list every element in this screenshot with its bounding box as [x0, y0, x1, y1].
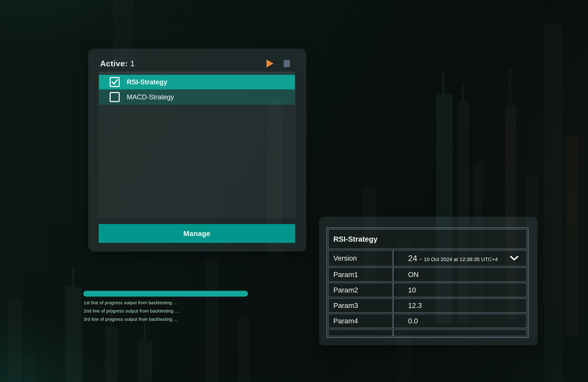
list-item-macd-strategy[interactable]: MACD-Strategy: [99, 89, 295, 105]
strategy-list: RSI-Strategy MACD-Strategy: [99, 72, 295, 218]
active-count-title: Active:1: [100, 59, 135, 68]
manage-button[interactable]: Manage: [99, 224, 295, 243]
table-title: RSI-Strategy: [328, 229, 527, 249]
version-date: 10 Oct 2024 at 12:38:35 UTC+4: [424, 256, 498, 262]
candlestick-decoration: [138, 341, 152, 382]
backtest-progress-bar: [83, 291, 248, 297]
version-separator: -: [420, 255, 422, 263]
manage-button-label: Manage: [183, 229, 210, 238]
log-line: 1st line of progress output from backtes…: [84, 300, 237, 305]
backtest-log: 1st line of progress output from backtes…: [84, 300, 237, 322]
param-label: Param3: [328, 298, 393, 313]
version-label: Version: [328, 250, 393, 266]
candlestick-wick: [509, 68, 511, 106]
candlestick-decoration: [8, 298, 21, 382]
param-label: Param2: [328, 283, 393, 297]
candlestick-wick: [442, 72, 444, 94]
empty-row: [328, 329, 527, 336]
list-top-strip: [99, 72, 295, 75]
empty-value-cell: [393, 329, 527, 336]
version-value-group: 24 - 10 Oct 2024 at 12:38:35 UTC+4: [408, 253, 498, 263]
candlestick-wick: [462, 85, 464, 102]
panel-header: Active:1: [100, 55, 291, 72]
active-label: Active:: [100, 59, 128, 68]
candlestick-decoration: [238, 318, 250, 382]
strategy-name: RSI-Strategy: [127, 78, 167, 86]
log-line: 2nd line of progress output from backtes…: [84, 309, 237, 314]
param-value: 10: [393, 283, 527, 297]
version-value-cell[interactable]: 24 - 10 Oct 2024 at 12:38:35 UTC+4: [393, 250, 527, 266]
chevron-down-icon[interactable]: [510, 256, 519, 261]
table-title-row: RSI-Strategy: [328, 229, 527, 249]
empty-label-cell: [328, 329, 393, 336]
param-row: Param1 ON: [328, 267, 527, 282]
stop-button[interactable]: [284, 60, 290, 67]
param-label: Param4: [328, 314, 393, 328]
checkbox-rsi-strategy[interactable]: [110, 77, 120, 87]
header-controls: [266, 55, 290, 72]
param-value: ON: [393, 267, 527, 282]
checkbox-macd-strategy[interactable]: [110, 92, 120, 102]
parameters-table: RSI-Strategy Version 24 - 10 Oct 2024 at…: [327, 228, 528, 338]
play-button[interactable]: [266, 59, 274, 68]
param-label: Param1: [328, 267, 393, 282]
candlestick-decoration: [566, 136, 579, 335]
checkmark-icon: [111, 79, 118, 85]
candlestick-decoration: [65, 287, 82, 382]
candlestick-decoration: [105, 327, 118, 382]
param-value: 0.0: [393, 314, 527, 328]
version-number: 24: [408, 253, 417, 263]
list-item-rsi-strategy[interactable]: RSI-Strategy: [99, 75, 295, 89]
play-icon: [266, 60, 273, 67]
param-row: Param2 10: [328, 283, 527, 297]
candlestick-decoration: [544, 23, 563, 382]
candlestick-decoration: [24, 354, 35, 382]
strategies-panel: Active:1 RSI-Strategy MACD-S: [88, 49, 306, 252]
candlestick-wick: [72, 269, 74, 287]
param-row: Param3 12.3: [328, 298, 527, 313]
param-value: 12.3: [393, 298, 527, 313]
version-row[interactable]: Version 24 - 10 Oct 2024 at 12:38:35 UTC…: [328, 250, 527, 266]
strategy-details-card: RSI-Strategy Version 24 - 10 Oct 2024 at…: [319, 217, 537, 345]
active-count: 1: [130, 59, 135, 68]
param-row: Param4 0.0: [328, 314, 527, 328]
strategy-name: MACD-Strategy: [127, 93, 174, 101]
log-line: 3rd line of progress output from backtes…: [84, 317, 237, 322]
